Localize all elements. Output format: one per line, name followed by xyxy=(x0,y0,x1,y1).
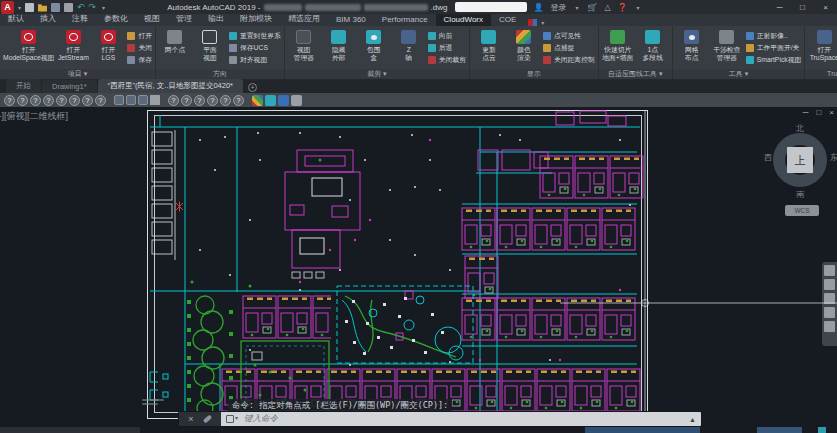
z-axis-button[interactable]: Z 轴 xyxy=(393,28,425,61)
app-menu-caret-icon[interactable]: ▾ xyxy=(18,4,21,11)
command-customize-wrench-icon[interactable] xyxy=(203,415,212,424)
nav-zoom-icon[interactable] xyxy=(824,293,835,304)
viewcube-south-label[interactable]: 南 xyxy=(796,189,804,200)
command-recent-icon[interactable] xyxy=(226,415,234,423)
redo-icon[interactable]: ↷ xyxy=(89,3,97,12)
open-jetstream-button[interactable]: 打开 JetStream xyxy=(57,28,89,61)
project-open-button[interactable]: 打开 xyxy=(127,31,152,41)
align-view-button[interactable]: 对齐视图 xyxy=(229,55,281,65)
command-close-icon[interactable]: × xyxy=(188,414,193,424)
cloudworx-tool-icon[interactable] xyxy=(56,95,67,106)
nav-orbit-icon[interactable] xyxy=(824,307,835,318)
cloudworx-tool-icon[interactable] xyxy=(220,95,231,106)
ribbon-tab-addins[interactable]: 附加模块 xyxy=(232,12,280,26)
viewcube-west-label[interactable]: 西 xyxy=(764,152,772,163)
point-visibility-button[interactable]: 点可见性 xyxy=(543,31,595,41)
plan-view-button[interactable]: 平面 视图 xyxy=(194,28,226,61)
drawing-restore-icon[interactable]: □ xyxy=(816,108,821,117)
clip-back-button[interactable]: 后退 xyxy=(428,43,466,53)
cloudworx-color-tool-icon[interactable] xyxy=(291,95,302,106)
ribbon-tab-coe[interactable]: COE xyxy=(491,14,524,26)
cloudworx-tool-icon[interactable] xyxy=(82,95,93,106)
grid-points-button[interactable]: 网格 布点 xyxy=(676,28,708,61)
cloudworx-tool-icon[interactable] xyxy=(138,95,148,105)
ortho-image-button[interactable]: 正射影像.. xyxy=(746,31,802,41)
color-map-tool-icon[interactable] xyxy=(252,95,263,106)
ribbon-tab-insert[interactable]: 插入 xyxy=(32,12,64,26)
ribbon-tab-options[interactable]: ▾ xyxy=(528,19,546,26)
bounding-box-button[interactable]: 包围 盒 xyxy=(358,28,390,61)
nav-pan-icon[interactable] xyxy=(824,279,835,290)
color-render-button[interactable]: 颜色 渲染 xyxy=(508,28,540,61)
app-store-cart-icon[interactable]: 🛒 xyxy=(587,3,597,12)
viewcube-top-face[interactable]: 上 xyxy=(787,147,813,173)
viewport-controls-label[interactable]: [-][俯视][二维线框] xyxy=(0,110,68,123)
nav-fullnav-icon[interactable] xyxy=(824,265,835,276)
open-truspace-button[interactable]: 打开 TruSpace xyxy=(808,28,837,61)
help-caret-icon[interactable]: ▾ xyxy=(637,4,640,11)
ribbon-tab-performance[interactable]: Performance xyxy=(374,14,436,26)
help-icon[interactable]: ❓ xyxy=(618,3,628,12)
ribbon-tab-manage[interactable]: 管理 xyxy=(168,12,200,26)
search-input[interactable] xyxy=(455,2,527,12)
restore-icon[interactable]: □ xyxy=(791,0,814,14)
viewcube-north-label[interactable]: 北 xyxy=(796,123,804,134)
save-ucs-button[interactable]: 保存UCS xyxy=(229,43,281,53)
ribbon-tab-featured-apps[interactable]: 精选应用 xyxy=(280,12,328,26)
close-icon[interactable]: × xyxy=(814,0,837,14)
clip-forward-button[interactable]: 向前 xyxy=(428,31,466,41)
signin-caret-icon[interactable]: ▾ xyxy=(575,4,578,11)
panel-label-adaptive[interactable]: 自适应围线工具 ▾ xyxy=(599,69,672,79)
panel-label-tools[interactable]: 工具 ▾ xyxy=(673,69,805,79)
project-save-button[interactable]: 保存 xyxy=(127,55,152,65)
quick-slice-button[interactable]: 快速切片 地面+墙面 xyxy=(602,28,634,61)
update-pointcloud-button[interactable]: 更新 点云 xyxy=(473,28,505,61)
clip-off-button[interactable]: 关闭裁剪 xyxy=(428,55,466,65)
ribbon-tab-parametric[interactable]: 参数化 xyxy=(96,12,136,26)
cloudworx-tool-icon[interactable] xyxy=(95,95,106,106)
file-tab-start[interactable]: 开始 xyxy=(6,79,41,93)
cloudworx-tool-icon[interactable] xyxy=(150,95,160,105)
signin-label[interactable]: 登录 xyxy=(550,2,566,13)
panel-label-display[interactable]: 显示 xyxy=(470,69,598,79)
hide-outside-button[interactable]: 隐藏 外部 xyxy=(323,28,355,61)
a360-icon[interactable]: △ xyxy=(604,3,610,12)
wcs-dropdown[interactable]: WCS xyxy=(785,205,819,216)
ribbon-tab-cloudworx[interactable]: CloudWorx xyxy=(436,14,491,26)
panel-label-orientation[interactable]: 方向 xyxy=(156,69,284,79)
panel-label-truspace[interactable]: TruSpace ▾ xyxy=(805,69,837,79)
ribbon-tab-home[interactable]: 默认 xyxy=(0,12,32,26)
ribbon-tab-output[interactable]: 输出 xyxy=(200,12,232,26)
cloudworx-tool-icon[interactable] xyxy=(194,95,205,106)
save-icon[interactable] xyxy=(51,3,60,12)
open-modelspace-view-button[interactable]: 打开 ModelSpace视图 xyxy=(3,28,54,61)
cloudworx-tool-icon[interactable] xyxy=(69,95,80,106)
open-lgs-button[interactable]: 打开 LGS xyxy=(92,28,124,61)
new-file-icon[interactable] xyxy=(25,3,34,12)
cloudworx-color-tool-icon[interactable] xyxy=(265,95,276,106)
ribbon-tab-bim360[interactable]: BIM 360 xyxy=(328,14,374,26)
signin-person-icon[interactable]: 👤 xyxy=(533,3,543,12)
plot-icon[interactable] xyxy=(64,3,73,12)
smartpick-view-button[interactable]: SmartPick视图 xyxy=(746,55,802,65)
open-file-icon[interactable] xyxy=(38,3,47,12)
qat-customize-caret-icon[interactable]: ▾ xyxy=(102,4,105,11)
two-points-button[interactable]: 两个点 xyxy=(159,28,191,54)
cloudworx-tool-icon[interactable] xyxy=(4,95,15,106)
nav-showmotion-icon[interactable] xyxy=(824,321,835,332)
viewcube[interactable]: 北 南 西 东 上 WCS xyxy=(770,121,832,221)
ribbon-tab-view[interactable]: 视图 xyxy=(136,12,168,26)
drawing-close-icon[interactable]: × xyxy=(829,108,834,117)
viewcube-east-label[interactable]: 东 xyxy=(830,152,837,163)
cloudworx-tool-icon[interactable] xyxy=(233,95,244,106)
cloudworx-tool-icon[interactable] xyxy=(168,95,179,106)
reset-to-world-button[interactable]: 重置到世界系 xyxy=(229,31,281,41)
panel-label-project[interactable]: 项目 ▾ xyxy=(0,69,155,79)
view-manager-button[interactable]: 视图 管理器 xyxy=(288,28,320,61)
command-line-dock[interactable]: × 键入命令 ▲ xyxy=(178,411,702,427)
project-close-button[interactable]: 关闭 xyxy=(127,43,152,53)
workplane-toggle-button[interactable]: 工作平面开/关 xyxy=(746,43,802,53)
ribbon-tab-annotate[interactable]: 注释 xyxy=(64,12,96,26)
cloudworx-tool-icon[interactable] xyxy=(43,95,54,106)
command-history-up-icon[interactable]: ▲ xyxy=(689,416,696,423)
